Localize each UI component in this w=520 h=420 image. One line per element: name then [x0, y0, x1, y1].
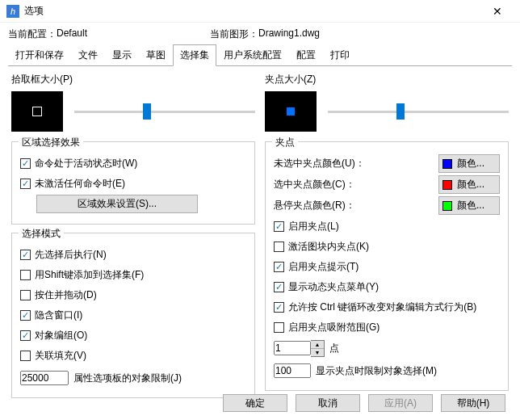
- dynamic-menu-checkbox[interactable]: [274, 282, 284, 292]
- grip-group-title: 夹点: [272, 136, 298, 149]
- mode-hatch-checkbox[interactable]: [20, 351, 31, 361]
- limit-label: 属性选项板的对象限制(J): [73, 372, 182, 385]
- tab-0[interactable]: 打开和保存: [8, 44, 71, 66]
- tab-4[interactable]: 选择集: [173, 44, 216, 66]
- region-active-label: 命令处于活动状态时(W): [35, 157, 137, 170]
- drawing-label: 当前图形：: [210, 27, 258, 41]
- region-active-checkbox[interactable]: [20, 158, 31, 169]
- mode-implied-checkbox[interactable]: [20, 310, 31, 321]
- spin-up-icon: ▲: [311, 341, 324, 349]
- hover-color-label: 悬停夹点颜色(R)：: [274, 199, 438, 212]
- tab-2[interactable]: 显示: [105, 44, 139, 66]
- cancel-button[interactable]: 取消: [296, 394, 360, 412]
- ctrl-cycle-checkbox[interactable]: [274, 302, 284, 313]
- ok-button[interactable]: 确定: [223, 394, 287, 412]
- mode-shift-checkbox[interactable]: [20, 270, 31, 280]
- drawing-value: Drawing1.dwg: [258, 27, 320, 41]
- range-spinner[interactable]: ▲▼: [311, 340, 325, 357]
- range-suffix: 点: [329, 342, 339, 355]
- tab-1[interactable]: 文件: [71, 44, 105, 66]
- close-button[interactable]: ✕: [481, 0, 514, 23]
- region-inactive-checkbox[interactable]: [20, 178, 31, 189]
- region-group-title: 区域选择效果: [19, 136, 83, 149]
- pickbox-size-label: 拾取框大小(P): [11, 73, 255, 86]
- mode-pressdrag-checkbox[interactable]: [20, 290, 31, 300]
- pickbox-preview: [11, 91, 63, 132]
- grip-size-label: 夹点大小(Z): [265, 73, 509, 86]
- selected-color-label: 选中夹点颜色(C)：: [274, 178, 438, 191]
- app-icon: h: [6, 5, 19, 18]
- pickbox-slider[interactable]: [74, 103, 255, 120]
- window-title: 选项: [24, 4, 481, 18]
- selected-color-button[interactable]: 颜色...: [438, 175, 500, 194]
- config-value: Default: [57, 27, 210, 41]
- enable-grip-checkbox[interactable]: [274, 221, 284, 232]
- unselected-color-label: 未选中夹点颜色(U)：: [274, 157, 438, 170]
- range-input[interactable]: [274, 341, 311, 355]
- block-grip-checkbox[interactable]: [274, 242, 284, 252]
- mode-group-checkbox[interactable]: [20, 330, 31, 341]
- config-label: 当前配置：: [8, 27, 57, 41]
- unselected-color-button[interactable]: 颜色...: [438, 154, 500, 173]
- grip-tip-checkbox[interactable]: [274, 262, 284, 272]
- snap-range-checkbox[interactable]: [274, 322, 284, 333]
- apply-button[interactable]: 应用(A): [368, 394, 433, 412]
- hover-color-button[interactable]: 颜色...: [438, 196, 500, 215]
- select-limit-input[interactable]: [274, 363, 311, 378]
- region-inactive-label: 未激活任何命令时(E): [35, 177, 125, 191]
- tab-6[interactable]: 配置: [289, 44, 323, 66]
- help-button[interactable]: 帮助(H): [441, 394, 505, 412]
- tab-7[interactable]: 打印: [323, 44, 357, 66]
- tab-5[interactable]: 用户系统配置: [216, 44, 289, 66]
- spin-down-icon: ▼: [311, 349, 324, 356]
- tab-3[interactable]: 草图: [139, 44, 173, 66]
- select-limit-label: 显示夹点时限制对象选择(M): [316, 364, 437, 378]
- mode-group-title: 选择模式: [19, 227, 64, 241]
- region-settings-button[interactable]: 区域效果设置(S)...: [36, 195, 198, 213]
- mode-preselect-checkbox[interactable]: [20, 250, 31, 260]
- grip-preview: [265, 91, 317, 132]
- grip-slider[interactable]: [328, 103, 509, 120]
- limit-input[interactable]: [20, 371, 69, 385]
